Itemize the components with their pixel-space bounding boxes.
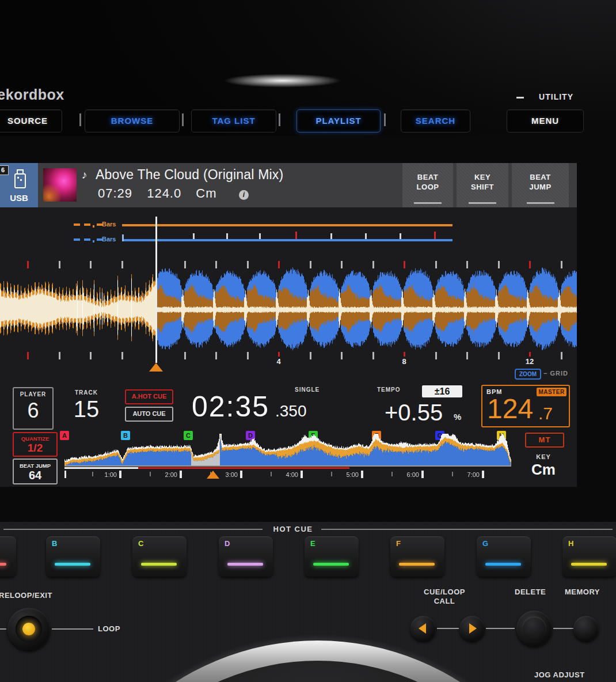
phrase-dash-icon xyxy=(74,238,80,241)
top-button-tag-list[interactable]: TAG LIST xyxy=(191,109,276,132)
button-separator xyxy=(79,113,81,126)
ruler-minute-label: 5:00 xyxy=(334,471,359,478)
hot-cue-pad-b[interactable]: B xyxy=(46,536,100,577)
ruler-half-tick xyxy=(452,472,453,476)
phrase-tick xyxy=(226,233,228,239)
tempo-unit: % xyxy=(454,412,461,422)
elapsed-time: 02:35 xyxy=(192,390,269,423)
quantize-box: QUANTIZE1/2 xyxy=(13,432,58,457)
tempo-label: TEMPO xyxy=(377,387,401,393)
connector-line xyxy=(553,628,574,629)
bpm-value-frac: .7 xyxy=(538,404,553,423)
waveform-zone: BarsBars4812ZOOM− GRIDPLAYER6TRACK15A.HO… xyxy=(0,163,577,487)
display-button-row: SOURCEBROWSETAG LISTPLAYLISTSEARCHMENU xyxy=(0,0,616,138)
hot-cue-pad-h[interactable]: H xyxy=(562,536,616,577)
top-button-search[interactable]: SEARCH xyxy=(401,109,470,132)
memory-label: MEMORY xyxy=(565,588,600,596)
pad-letter: G xyxy=(482,539,488,548)
delete-label: DELETE xyxy=(515,588,546,596)
phrase-line-orange xyxy=(122,224,453,226)
ruler-half-tick xyxy=(271,472,272,476)
ruler-half-tick xyxy=(150,472,151,476)
phrase-line-blue xyxy=(122,239,453,241)
cue-loop-call-forward-button[interactable] xyxy=(459,616,485,641)
hot-cue-line-left xyxy=(3,529,263,530)
hot-cue-pad-g[interactable]: G xyxy=(477,536,531,577)
loop-button-led xyxy=(22,623,35,635)
overview-position-marker-icon xyxy=(207,471,219,479)
hot-cue-pad-c[interactable]: C xyxy=(132,536,187,577)
phrase-dash-icon xyxy=(84,223,90,226)
pad-light xyxy=(399,563,435,566)
master-tempo-badge[interactable]: MT xyxy=(525,433,564,448)
top-button-source[interactable]: SOURCE xyxy=(0,109,62,132)
player-box: PLAYER6 xyxy=(13,387,54,430)
jog-adjust-label: JOG ADJUST xyxy=(534,670,585,679)
ruler-minute-tick xyxy=(240,471,242,478)
zoom-button[interactable]: ZOOM xyxy=(515,369,541,380)
hot-cue-pad-a[interactable]: A xyxy=(0,536,16,577)
button-separator xyxy=(384,113,386,126)
phrase-dash-icon xyxy=(93,225,94,228)
overview-played-line xyxy=(64,467,138,469)
ruler-half-tick xyxy=(331,472,332,476)
key-label: KEY xyxy=(525,453,562,460)
loop-button[interactable] xyxy=(7,608,50,650)
pad-light xyxy=(571,563,607,566)
single-mode-label: SINGLE xyxy=(295,387,320,393)
player-number: 6 xyxy=(14,399,52,423)
cue-loop-call-label: CUE/LOOP xyxy=(410,588,479,596)
ruler-minute-label: 2:00 xyxy=(153,471,177,478)
top-button-menu[interactable]: MENU xyxy=(507,109,584,132)
hot-cue-pad-d[interactable]: D xyxy=(219,536,273,577)
touch-display: USB 6 ♪ Above The Cloud (Original Mix) 0… xyxy=(0,163,577,487)
master-badge: MASTER xyxy=(537,388,566,396)
ruler-minute-tick xyxy=(180,471,182,478)
top-button-playlist[interactable]: PLAYLIST xyxy=(296,109,381,132)
player-label: PLAYER xyxy=(14,391,52,397)
connector-line xyxy=(486,628,515,629)
pad-letter: B xyxy=(52,539,57,548)
ruler-half-tick xyxy=(391,472,393,476)
top-button-browse[interactable]: BROWSE xyxy=(85,109,180,132)
a-hot-cue-badge: A.HOT CUE xyxy=(125,389,173,404)
hot-cue-pad-f[interactable]: F xyxy=(390,536,444,577)
ruler-start-tick xyxy=(64,471,66,478)
track-label: TRACK xyxy=(69,389,104,396)
ruler-minute-tick xyxy=(301,471,303,478)
tempo-range-badge[interactable]: ±16 xyxy=(422,385,462,397)
playhead-marker-icon xyxy=(149,363,163,372)
pad-light xyxy=(227,563,263,566)
a-hot-cue-text: A.HOT CUE xyxy=(126,393,172,400)
track-number: 15 xyxy=(69,396,104,422)
overview-waveform[interactable] xyxy=(64,433,511,467)
pad-letter: F xyxy=(396,539,401,548)
loop-label: LOOP xyxy=(98,624,120,633)
phrase-start-tick xyxy=(122,234,124,241)
pad-light xyxy=(55,563,90,566)
phrase-tick xyxy=(193,233,195,239)
overview-track-line xyxy=(64,465,511,467)
quantize-value: 1/2 xyxy=(14,442,56,454)
cdj-deck: rekordbox UTILITY SOURCEBROWSETAG LISTPL… xyxy=(0,0,616,682)
phrase-tick xyxy=(259,233,261,239)
hot-cue-line-right xyxy=(321,529,613,530)
pad-letter: D xyxy=(225,539,230,548)
bpm-box: BPMMASTER124.7 xyxy=(481,385,570,427)
overview-red-line xyxy=(138,467,349,469)
delete-button[interactable] xyxy=(516,611,552,646)
cue-loop-call-back-button[interactable] xyxy=(410,616,436,641)
main-waveform xyxy=(0,253,577,369)
ruler-minute-tick xyxy=(421,471,424,478)
memory-button[interactable] xyxy=(573,616,599,641)
bpm-value: 124 xyxy=(487,393,533,425)
auto-cue-text: AUTO CUE xyxy=(126,410,172,417)
beat-jump-label: BEAT JUMP xyxy=(14,463,56,469)
phrase-dash-icon xyxy=(84,238,90,241)
hot-cue-pad-e[interactable]: E xyxy=(305,536,359,577)
ruler-half-tick xyxy=(92,472,93,476)
elapsed-time-frac: .350 xyxy=(275,402,307,420)
quantize-label: QUANTIZE xyxy=(14,435,56,442)
phrase-dash-icon xyxy=(74,223,80,226)
grid-label: − GRID xyxy=(543,370,568,377)
